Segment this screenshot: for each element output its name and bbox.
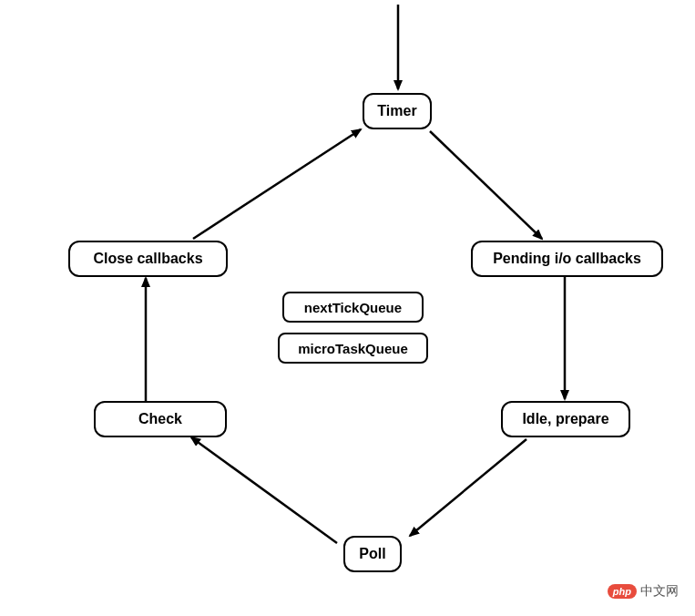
center-nexttick: nextTickQueue xyxy=(282,292,424,323)
node-label: Idle, prepare xyxy=(522,411,608,427)
svg-line-2 xyxy=(430,131,542,239)
center-label: nextTickQueue xyxy=(304,300,402,315)
watermark-text: 中文网 xyxy=(640,583,679,600)
node-label: Pending i/o callbacks xyxy=(493,251,641,267)
svg-line-7 xyxy=(193,129,361,239)
node-label: Timer xyxy=(377,103,416,119)
node-label: Close callbacks xyxy=(93,251,202,267)
node-timer: Timer xyxy=(363,93,432,129)
center-microtask: microTaskQueue xyxy=(278,333,428,364)
watermark-badge: php xyxy=(608,584,637,599)
node-close: Close callbacks xyxy=(68,241,228,277)
node-check: Check xyxy=(94,401,227,437)
node-poll: Poll xyxy=(343,536,402,572)
watermark: php 中文网 xyxy=(608,583,679,600)
svg-line-4 xyxy=(410,439,526,536)
center-label: microTaskQueue xyxy=(298,341,408,356)
svg-line-5 xyxy=(191,437,337,543)
node-label: Check xyxy=(138,411,182,427)
node-idle: Idle, prepare xyxy=(501,401,630,437)
node-label: Poll xyxy=(359,546,385,562)
node-pending: Pending i/o callbacks xyxy=(471,241,663,277)
